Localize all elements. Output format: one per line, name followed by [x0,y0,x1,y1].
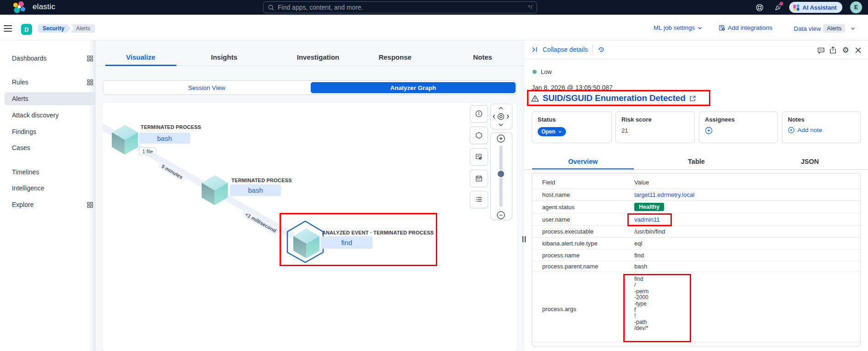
search-shortcut: ^/ [528,4,532,11]
field-row-process.parent.name: process.parent.namebash [532,261,860,272]
node1-name[interactable]: bash [139,133,190,144]
global-search-input[interactable]: Find apps, content, and more. ^/ [263,1,537,13]
sidebar-item-findings[interactable]: Findings [5,125,95,138]
close-icon[interactable] [854,46,862,54]
value-process.name: find [634,252,860,259]
node2-name[interactable]: bash [230,184,281,196]
graph-schema-button[interactable] [470,148,488,166]
risk-score-value: 21 [621,127,689,134]
field-row-kibana.alert.rule.type: kibana.alert.rule.typeeql [532,237,860,249]
search-icon [268,5,274,11]
gear-icon[interactable]: ⚙ [841,46,850,54]
history-icon[interactable] [598,46,605,53]
share-icon[interactable] [829,46,837,54]
analyzer-graph-panel: TERMINATED PROCESS bash 1 file TERMINATE… [103,103,517,351]
menu-icon[interactable] [4,25,12,32]
tab-visualize[interactable]: Visualize [126,53,155,61]
sidebar-item-rules[interactable]: Rules [5,76,95,89]
field-row-agent.status: agent.statusHealthy [532,201,860,213]
node1-kind: TERMINATED PROCESS [141,124,201,130]
top-bar: elastic Find apps, content, and more. ^/… [0,0,868,15]
chevron-down-icon [558,129,562,134]
grid-icon [87,56,93,61]
graph-zoom-panel[interactable] [490,132,512,220]
tab-response[interactable]: Response [379,53,412,61]
data-view-value: Alerts [823,24,845,33]
ai-assistant-icon [793,4,800,11]
value-process.parent.name: bash [634,263,860,270]
session-view-button[interactable]: Session View [103,81,310,95]
process-node-cube-bash2[interactable] [202,175,228,205]
sidebar-item-explore[interactable]: Explore [5,198,95,211]
tab-notes[interactable]: Notes [473,53,492,61]
sidebar-item-attack-discovery[interactable]: Attack discovery [5,109,95,122]
annotation-box-find-node [280,213,437,266]
risk-score-card: Risk score 21 [615,111,695,143]
security-nav: DashboardsRulesAlertsAttack discoveryFin… [0,40,95,351]
details-tab-json[interactable]: JSON [759,153,861,170]
add-note-button[interactable]: Add note [788,127,855,134]
field-row-process.executable: process.executable/usr/bin/find [532,225,860,237]
panel-resize-handle[interactable] [522,236,526,242]
details-tab-table[interactable]: Table [646,153,747,170]
help-icon[interactable] [754,2,765,13]
analyzer-graph-button[interactable]: Analyzer Graph [311,82,516,93]
sidebar-item-timelines[interactable]: Timelines [5,166,95,178]
sidebar-item-alerts[interactable]: Alerts [5,92,95,105]
status-open-button[interactable]: Open [538,127,566,136]
annotation-box-title [527,90,710,106]
value-host.name[interactable]: target11.edrmetry.local [634,191,860,198]
value-process.executable: /usr/bin/find [634,228,860,235]
status-card: Status Open [532,111,612,143]
node2-kind: TERMINATED PROCESS [231,178,292,183]
view-toggle: Session View Analyzer Graph [103,80,517,95]
data-view-picker[interactable]: Data view Alerts [794,24,856,33]
tab-insights[interactable]: Insights [211,53,237,61]
breadcrumb-alerts: Alerts [71,24,95,33]
news-icon[interactable] [773,2,784,13]
ai-assistant-button[interactable]: AI Assistant [789,2,842,13]
graph-shape-button[interactable] [470,127,488,144]
graph-date-button[interactable] [470,170,488,187]
value-column-header: Value [634,179,860,186]
node1-file-badge[interactable]: 1 file [139,147,156,155]
sidebar-item-intelligence[interactable]: Intelligence [5,182,95,195]
annotation-box-username [627,213,672,226]
ml-job-settings-link[interactable]: ML job settings [654,24,703,31]
collapse-details-button[interactable]: Collapse details [543,46,588,53]
severity-label: Low [541,68,552,75]
comment-icon[interactable] [817,46,825,54]
field-row-process.args: process.argsfind/-perm-2000-typef!-path/… [532,272,860,342]
space-badge[interactable]: D [21,24,32,35]
overview-field-table: FieldValuehost.nametarget11.edrmetry.loc… [532,173,861,346]
value-agent.status: Healthy [634,203,860,211]
alert-tabs-row [95,35,525,66]
tab-investigation[interactable]: Investigation [297,53,340,61]
collapse-details-icon [531,46,538,53]
field-row-user.name: user.namevadmin11 [532,213,860,225]
value-kibana.alert.rule.type: eql [634,240,860,247]
field-column-header: Field [532,179,634,186]
graph-legend-button[interactable] [470,191,488,208]
plus-circle-icon [788,127,795,134]
breadcrumb-security[interactable]: Security [38,24,71,33]
field-row-host.name: host.nametarget11.edrmetry.local [532,189,860,201]
grid-icon [87,202,93,208]
details-tab-overview[interactable]: Overview [532,153,634,170]
graph-nav-pad[interactable] [490,104,512,129]
notification-dot [780,2,783,6]
severity-dot [533,70,537,74]
search-placeholder: Find apps, content, and more. [278,4,363,11]
user-avatar[interactable]: E [850,1,862,13]
notes-card: Notes Add note [782,111,861,143]
brand-name: elastic [33,2,55,11]
annotation-box-args [623,274,691,342]
add-integrations-link[interactable]: Add integrations [719,24,773,31]
sidebar-item-cases[interactable]: Cases [5,141,95,154]
field-row-process.name: process.namefind [532,249,860,261]
process-node-cube-bash1[interactable] [112,125,138,155]
sidebar-item-dashboards[interactable]: Dashboards [5,52,95,65]
graph-info-button[interactable] [470,105,488,123]
assignees-card: Assignees [699,111,778,143]
add-assignee-icon[interactable] [705,127,713,134]
